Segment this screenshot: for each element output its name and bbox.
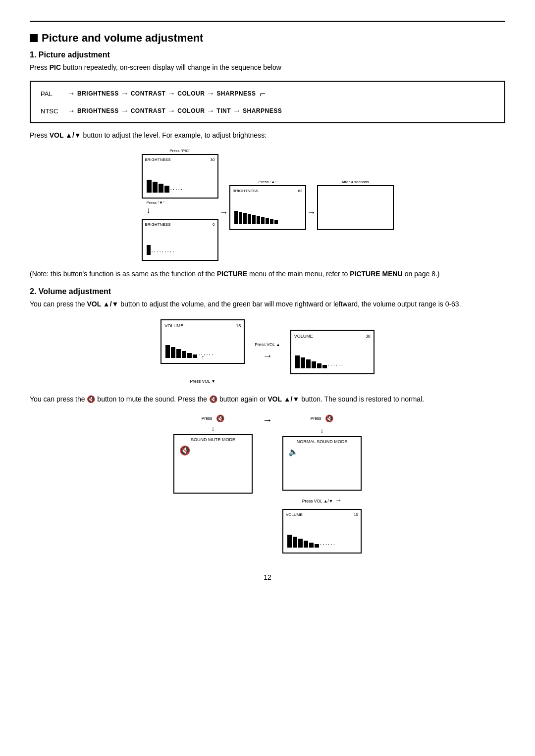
box2-value: 63 — [298, 189, 303, 193]
press-vol-area: Press VOL ▲/▼ → — [282, 496, 362, 504]
brightness-col3: After 4 seconds — [317, 180, 394, 230]
down-arrow-mute: ↓ — [212, 424, 215, 432]
press-vol-down-label: Press VOL ▼ — [190, 379, 215, 384]
brightness-box3: BRIGHTNESS 0 ········· — [142, 219, 218, 261]
arrow-4: → — [207, 89, 214, 98]
box3-value: 0 — [213, 222, 214, 227]
mute-symbol: 🔇 — [179, 445, 190, 456]
mute-right: Press 🔇 ↓ NORMAL SOUND MODE 🔈 Press VOL … — [282, 414, 362, 554]
vol-arrow-area: Press VOL ▲ → — [255, 342, 280, 361]
vol-col2: VOLUME 30 ······ — [290, 330, 374, 374]
pal-brightness: BRIGHTNESS — [77, 90, 119, 97]
sub-title-picture: 1. Picture adjustment — [30, 50, 505, 59]
h-arrow-2: → — [307, 208, 316, 217]
bar — [248, 214, 251, 224]
page-title: Picture and volume adjustment — [42, 32, 203, 45]
bar — [187, 353, 192, 358]
page-wrapper: Picture and volume adjustment 1. Picture… — [20, 0, 515, 601]
normal-mode-label: NORMAL SOUND MODE — [297, 439, 348, 444]
down-arrow: ↓ — [147, 206, 151, 215]
press-down-label: Press "▼" — [147, 201, 164, 205]
bar — [293, 537, 297, 548]
vol-value2: 30 — [366, 334, 371, 339]
press-up-label: Press "▲" — [259, 180, 276, 184]
box1-bars: ····· — [147, 179, 214, 193]
press-mute-label: Press — [202, 416, 213, 421]
bar — [176, 349, 181, 358]
dots: ······ — [320, 541, 336, 548]
vol-box1: VOLUME 15 ······ — [160, 319, 245, 364]
bar — [266, 218, 269, 224]
h-arrow-1: → — [219, 208, 228, 217]
bar — [306, 359, 311, 368]
bar — [317, 363, 321, 368]
brightness-box-empty — [317, 185, 394, 230]
ntsc-arrow-1: → — [67, 106, 75, 115]
section-title: Picture and volume adjustment — [30, 32, 505, 45]
press-normal-row: Press 🔇 — [311, 414, 334, 422]
vol-value1: 15 — [236, 323, 241, 328]
bar — [164, 186, 169, 193]
dots: ······ — [328, 361, 344, 368]
top-rule — [30, 20, 505, 22]
down-arrow-vol: → — [335, 496, 342, 504]
brightness-diagram: Press "PIC" BRIGHTNESS 30 ····· Press "▼… — [30, 149, 505, 261]
box1-value: 30 — [211, 157, 215, 162]
vol-mute-value: 15 — [354, 512, 358, 517]
volume-diagram: VOLUME 15 ······ ↑ Press VOL ▼ — [30, 319, 505, 384]
section-bullet — [30, 34, 38, 42]
bar — [287, 535, 292, 548]
page-number: 12 — [30, 573, 505, 581]
down-connector: Press "▼" ↓ — [142, 201, 218, 215]
bar — [171, 347, 175, 358]
press-vol-label: Press VOL ▲/▼ — [302, 499, 333, 504]
press-pic-label: Press "PIC" — [169, 149, 190, 153]
press-mute-row: Press 🔇 — [202, 414, 225, 422]
ntsc-tint: TINT — [216, 107, 231, 114]
down-arrow-normal: ↓ — [321, 426, 324, 434]
ntsc-arrow-5: → — [233, 106, 241, 115]
volume-body: You can press the VOL ▲/▼ button to adju… — [30, 299, 505, 309]
bar — [315, 544, 319, 548]
speaker-icon: 🔈 — [288, 447, 298, 456]
vol-bars1: ······ — [165, 344, 240, 358]
bar — [274, 220, 278, 224]
dots: ······ — [198, 351, 214, 358]
brightness-col2: Press "▲" BRIGHTNESS 63 — [229, 180, 306, 230]
pal-contrast: CONTRAST — [131, 90, 166, 97]
bar — [193, 354, 197, 358]
brightness-box1: BRIGHTNESS 30 ····· — [142, 154, 218, 199]
arrow-3: → — [167, 89, 175, 98]
press-vol-up-label: Press VOL ▲ — [255, 342, 280, 347]
ntsc-arrow-4: → — [207, 106, 214, 115]
brightness-col1: Press "PIC" BRIGHTNESS 30 ····· Press "▼… — [142, 149, 218, 261]
mute-icon-left: 🔇 — [216, 414, 224, 422]
vol-col1: VOLUME 15 ······ ↑ Press VOL ▼ — [160, 319, 245, 384]
ntsc-colour: COLOUR — [177, 107, 205, 114]
normal-icon: 🔇 — [325, 414, 333, 422]
vol-mute-bars: ······ — [287, 534, 357, 548]
mute-middle-arrow: → — [263, 414, 272, 451]
vol-label1: VOLUME — [164, 323, 183, 328]
bar — [309, 543, 314, 548]
bar — [298, 539, 303, 548]
dots: ····· — [170, 186, 184, 193]
arrow-2: → — [121, 89, 129, 98]
mute-body: You can press the 🔇 button to mute the s… — [30, 394, 505, 404]
vol-label2: VOLUME — [294, 334, 313, 339]
mute-diagram: Press 🔇 ↓ SOUND MUTE MODE 🔇 → Press 🔇 ↓ — [30, 414, 505, 554]
pal-label: PAL — [41, 90, 65, 98]
brightness-box2: BRIGHTNESS 63 — [229, 185, 306, 230]
bar — [322, 365, 327, 368]
pal-sequence-container: PAL → BRIGHTNESS → CONTRAST → COLOUR → S… — [30, 81, 505, 123]
press-mute2-label: Press — [311, 416, 321, 421]
bar — [304, 541, 308, 548]
bar — [234, 211, 238, 224]
right-arrow-mute: → — [263, 414, 272, 426]
box2-bars — [234, 210, 301, 224]
bar — [153, 182, 158, 193]
ntsc-arrow-3: → — [167, 106, 175, 115]
bar — [270, 219, 273, 224]
picture-note: (Note: this button's function is as same… — [30, 269, 505, 279]
sub-title-volume: 2. Volume adjustment — [30, 287, 505, 296]
